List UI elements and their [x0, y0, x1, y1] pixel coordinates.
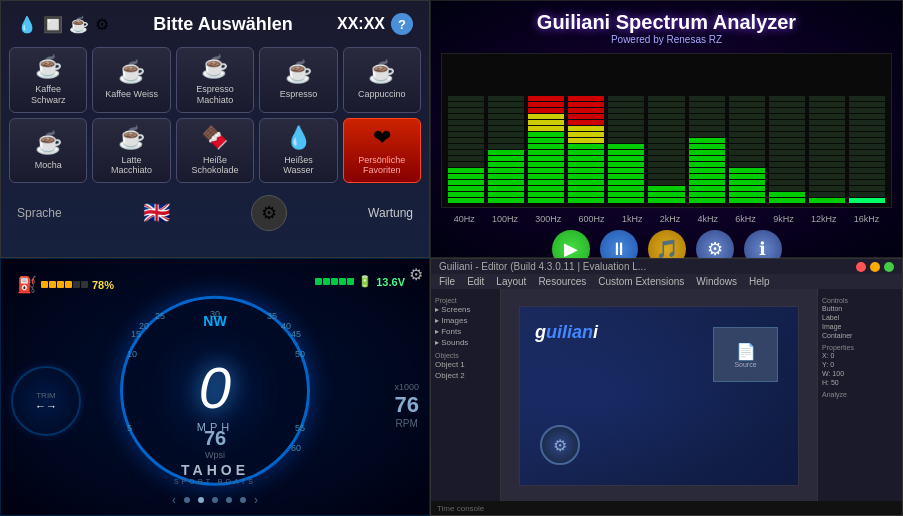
- spectrum-bars: [442, 54, 891, 207]
- bar-300hz: [528, 96, 564, 203]
- tick-15: 15: [131, 329, 141, 339]
- ide-canvas-area: guiliani ⚙ 📄 Source: [501, 289, 817, 503]
- wartung-label: Wartung: [368, 206, 413, 220]
- coffee-item-mocha[interactable]: ☕ Mocha: [9, 118, 87, 184]
- prop-button[interactable]: Button: [822, 304, 898, 313]
- freq-100hz: 100Hz: [492, 214, 518, 224]
- boat-panel: ⚙ ⛽ 78% 🔋 13.6V: [0, 258, 430, 516]
- ide-design-canvas[interactable]: guiliani ⚙ 📄 Source: [519, 306, 799, 486]
- prop-image[interactable]: Image: [822, 322, 898, 331]
- maximize-window-button[interactable]: [884, 262, 894, 272]
- nav-dot-2[interactable]: [198, 497, 204, 503]
- tick-50: 50: [295, 349, 305, 359]
- bar-100hz: [488, 96, 524, 203]
- menu-edit[interactable]: Edit: [467, 276, 484, 287]
- latte-icon: ☕: [118, 125, 145, 151]
- brand-name: TAHOE: [174, 462, 256, 478]
- freq-16khz: 16kHz: [854, 214, 880, 224]
- fuel-indicator: ⛽ 78%: [17, 275, 114, 294]
- nav-dot-4[interactable]: [226, 497, 232, 503]
- spectrum-panel: Guiliani Spectrum Analyzer Powered by Re…: [430, 0, 903, 258]
- mocha-icon: ☕: [35, 130, 62, 156]
- bar-12khz: [809, 96, 845, 203]
- boat-settings-icon[interactable]: ⚙: [409, 265, 423, 284]
- menu-windows[interactable]: Windows: [696, 276, 737, 287]
- coffee-item-favoriten[interactable]: ❤ PersönlicheFavoriten: [343, 118, 421, 184]
- spectrum-title: Guiliani Spectrum Analyzer: [441, 11, 892, 34]
- menu-help[interactable]: Help: [749, 276, 770, 287]
- wsi-display: 76 Wpsi: [204, 427, 226, 460]
- analyze-label: Analyze: [822, 391, 898, 398]
- coffee-panel: 💧 🔲 ☕ ⚙ Bitte Auswählen XX:XX ? ☕ Kaffee…: [0, 0, 430, 258]
- tick-40: 40: [281, 321, 291, 331]
- ide-right-panel: Controls Button Label Image Container Pr…: [817, 289, 902, 503]
- coffee-item-wasser[interactable]: 💧 HeißesWasser: [259, 118, 337, 184]
- sprache-label: Sprache: [17, 206, 62, 220]
- spectrum-freq-labels: 40Hz 100Hz 300Hz 600Hz 1kHz 2kHz 4kHz 6k…: [441, 214, 892, 224]
- brand-sub: SPORT BOATS: [174, 478, 256, 485]
- settings-button[interactable]: ⚙: [251, 195, 287, 231]
- coffee-help-button[interactable]: ?: [391, 13, 413, 35]
- coffee-item-machiato[interactable]: ☕ EspressoMachiato: [176, 47, 254, 113]
- filter-icon: 🔲: [43, 15, 63, 34]
- coffee-item-latte[interactable]: ☕ LatteMacchiato: [92, 118, 170, 184]
- minimize-window-button[interactable]: [870, 262, 880, 272]
- sidebar-images-item[interactable]: ▸ Images: [435, 315, 496, 326]
- nav-prev-arrow[interactable]: ‹: [172, 493, 176, 507]
- favoriten-icon: ❤: [373, 125, 391, 151]
- prop-x: X: 0: [822, 351, 898, 360]
- flag-uk-icon[interactable]: 🇬🇧: [143, 200, 170, 226]
- right-gauge-area: x1000 76 RPM: [394, 382, 419, 429]
- bean-icon: ☕: [69, 15, 89, 34]
- bar-6khz: [729, 96, 765, 203]
- nav-dot-1[interactable]: [184, 497, 190, 503]
- coffee-item-schokolade[interactable]: 🍫 HeißeSchokolade: [176, 118, 254, 184]
- coffee-title: Bitte Auswählen: [109, 14, 337, 35]
- bar-9khz: [769, 96, 805, 203]
- sidebar-obj2[interactable]: Object 2: [435, 370, 496, 381]
- trim-gauge: TRIM ←→: [11, 366, 81, 436]
- espresso-icon: ☕: [285, 59, 312, 85]
- coffee-item-schwarz[interactable]: ☕ KaffeeSchwarz: [9, 47, 87, 113]
- spectrum-chart: [441, 53, 892, 208]
- sidebar-sounds-item[interactable]: ▸ Sounds: [435, 337, 496, 348]
- widget-source[interactable]: 📄 Source: [713, 327, 778, 382]
- nav-next-arrow[interactable]: ›: [254, 493, 258, 507]
- nav-dot-3[interactable]: [212, 497, 218, 503]
- rpm-x-label: x1000: [394, 382, 419, 392]
- nav-dot-5[interactable]: [240, 497, 246, 503]
- prop-label[interactable]: Label: [822, 313, 898, 322]
- coffee-item-weiss[interactable]: ☕ Kaffee Weiss: [92, 47, 170, 113]
- prop-height: H: 50: [822, 378, 898, 387]
- battery-bar: [315, 278, 354, 285]
- menu-file[interactable]: File: [439, 276, 455, 287]
- coffee-item-cappuccino[interactable]: ☕ Cappuccino: [343, 47, 421, 113]
- coffee-time: XX:XX: [337, 15, 385, 33]
- sidebar-fonts-item[interactable]: ▸ Fonts: [435, 326, 496, 337]
- freq-600hz: 600Hz: [579, 214, 605, 224]
- freq-2khz: 2kHz: [660, 214, 681, 224]
- left-gauge-area: TRIM ←→: [11, 366, 81, 436]
- bar-1khz: [608, 96, 644, 203]
- machiato-icon: ☕: [201, 54, 228, 80]
- water-icon: 💧: [17, 15, 37, 34]
- menu-layout[interactable]: Layout: [496, 276, 526, 287]
- close-window-button[interactable]: [856, 262, 866, 272]
- prop-container[interactable]: Container: [822, 331, 898, 340]
- guiliani-logo-display: guiliani: [535, 322, 598, 343]
- mocha-label: Mocha: [35, 160, 62, 171]
- menu-custom-extensions[interactable]: Custom Extensions: [598, 276, 684, 287]
- tick-35: 35: [267, 311, 277, 321]
- ide-body: Project ▸ Screens ▸ Images ▸ Fonts ▸ Sou…: [431, 289, 902, 503]
- spectrum-subtitle: Powered by Renesas RZ: [441, 34, 892, 45]
- sidebar-obj1[interactable]: Object 1: [435, 359, 496, 370]
- wsi-value: 76: [204, 427, 226, 450]
- battery-voltage: 13.6V: [376, 276, 405, 288]
- coffee-item-espresso[interactable]: ☕ Espresso: [259, 47, 337, 113]
- freq-1khz: 1kHz: [622, 214, 643, 224]
- menu-resources[interactable]: Resources: [538, 276, 586, 287]
- sidebar-screens-item[interactable]: ▸ Screens: [435, 304, 496, 315]
- main-grid: 💧 🔲 ☕ ⚙ Bitte Auswählen XX:XX ? ☕ Kaffee…: [0, 0, 903, 516]
- wasser-icon: 💧: [285, 125, 312, 151]
- freq-9khz: 9kHz: [773, 214, 794, 224]
